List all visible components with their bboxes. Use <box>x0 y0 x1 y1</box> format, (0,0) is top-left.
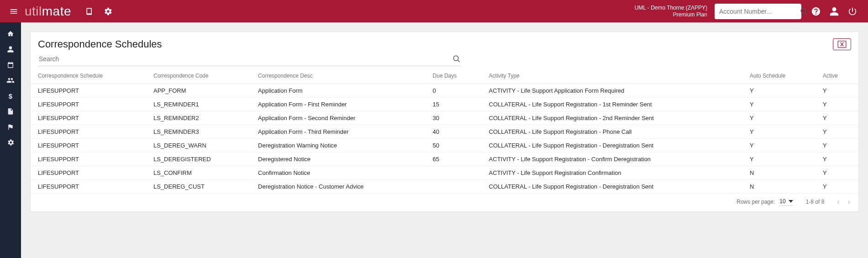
dollar-icon: $ <box>9 92 12 100</box>
col-schedule[interactable]: Correspondence Schedule <box>31 68 146 84</box>
cogs-icon <box>103 6 113 16</box>
cell-auto: Y <box>742 139 815 153</box>
cell-code: LS_REMINDER3 <box>146 125 251 139</box>
page-range: 1-8 of 8 <box>806 199 825 205</box>
schedules-card: Correspondence Schedules Correspondence … <box>30 32 859 212</box>
excel-icon <box>837 41 847 48</box>
nav-groups[interactable] <box>0 73 21 88</box>
account-line1: UML - Demo Thorne (ZAPPY) <box>635 5 707 11</box>
cell-desc: Deregistration Warning Notice <box>251 139 425 153</box>
cell-activity: ACTIVITY - Life Support Registration Con… <box>482 166 742 180</box>
user-icon <box>829 6 839 16</box>
col-due[interactable]: Due Days <box>426 68 482 84</box>
cell-auto: Y <box>742 125 815 139</box>
cell-code: LS_DEREGISTERED <box>146 153 251 166</box>
col-code[interactable]: Correspondence Code <box>146 68 251 84</box>
cell-active: Y <box>815 180 858 194</box>
cell-active: Y <box>815 98 858 111</box>
col-auto[interactable]: Auto Schedule <box>742 68 815 84</box>
cell-auto: Y <box>742 98 815 111</box>
cell-active: Y <box>815 111 858 125</box>
dropdown-icon <box>789 200 793 203</box>
cell-active: Y <box>815 125 858 139</box>
profile-button[interactable] <box>825 2 843 21</box>
cell-activity: ACTIVITY - Life Support Registration - C… <box>482 153 742 166</box>
cell-schedule: LIFESUPPORT <box>31 139 146 153</box>
cell-desc: Application Form - First Reminder <box>251 98 425 111</box>
logo-part-1: util <box>25 4 42 19</box>
col-activity[interactable]: Activity Type <box>482 68 742 84</box>
cell-activity: COLLATERAL - Life Support Registration -… <box>482 139 742 153</box>
cell-due: 15 <box>426 98 482 111</box>
table-row[interactable]: LIFESUPPORTAPP_FORMApplication Form0ACTI… <box>31 84 858 98</box>
cell-activity: COLLATERAL - Life Support Registration -… <box>482 180 742 194</box>
home-icon <box>7 30 14 37</box>
cell-schedule: LIFESUPPORT <box>31 153 146 166</box>
cell-auto: Y <box>742 153 815 166</box>
nav-customers[interactable] <box>0 42 21 57</box>
nav-flags[interactable] <box>0 119 21 135</box>
cell-desc: Deregistration Notice - Customer Advice <box>251 180 425 194</box>
table-search[interactable] <box>38 53 461 66</box>
cell-active: Y <box>815 153 858 166</box>
export-excel-button[interactable] <box>833 38 851 50</box>
rows-per-page-label: Rows per page: <box>736 199 775 205</box>
cell-desc: Application Form <box>251 84 425 98</box>
nav-docs[interactable] <box>0 104 21 119</box>
col-active[interactable]: Active <box>815 68 858 84</box>
nav-calendar[interactable] <box>0 57 21 73</box>
rows-per-page-select[interactable]: 10 <box>779 197 793 206</box>
table-row[interactable]: LIFESUPPORTLS_REMINDER3Application Form … <box>31 125 858 139</box>
search-icon[interactable] <box>452 55 461 63</box>
app-logo: utilmate <box>25 4 71 19</box>
cell-active: Y <box>815 84 858 98</box>
cell-auto: N <box>742 166 815 180</box>
cell-active: Y <box>815 166 858 180</box>
table-row[interactable]: LIFESUPPORTLS_DEREG_CUSTDeregistration N… <box>31 180 858 194</box>
cell-desc: Application Form - Second Reminder <box>251 111 425 125</box>
col-desc[interactable]: Correspondence Desc <box>251 68 425 84</box>
logout-button[interactable] <box>843 2 862 21</box>
user-icon <box>7 46 14 53</box>
global-search-input[interactable] <box>718 7 800 16</box>
nav-home[interactable] <box>0 26 21 42</box>
table-row[interactable]: LIFESUPPORTLS_REMINDER1Application Form … <box>31 98 858 111</box>
table-row[interactable]: LIFESUPPORTLS_CONFIRMConfirmation Notice… <box>31 166 858 180</box>
cell-auto: N <box>742 180 815 194</box>
calendar-icon <box>7 61 14 68</box>
help-button[interactable] <box>807 2 825 21</box>
nav-billing[interactable]: $ <box>0 88 21 104</box>
table-search-input[interactable] <box>38 55 452 63</box>
cell-code: APP_FORM <box>146 84 251 98</box>
cell-auto: Y <box>742 84 815 98</box>
settings-button[interactable] <box>99 2 117 21</box>
cell-activity: COLLATERAL - Life Support Registration -… <box>482 111 742 125</box>
prev-page-button[interactable]: ‹ <box>837 198 839 206</box>
rows-per-page-value: 10 <box>779 198 785 205</box>
cell-code: LS_DEREG_WARN <box>146 139 251 153</box>
cell-due: 65 <box>426 153 482 166</box>
page-title: Correspondence Schedules <box>38 38 162 50</box>
top-bar: utilmate UML - Demo Thorne (ZAPPY) Premi… <box>0 0 868 22</box>
table-row[interactable]: LIFESUPPORTLS_DEREG_WARNDeregistration W… <box>31 139 858 153</box>
cell-schedule: LIFESUPPORT <box>31 84 146 98</box>
table-row[interactable]: LIFESUPPORTLS_REMINDER2Application Form … <box>31 111 858 125</box>
next-page-button[interactable]: › <box>848 198 850 206</box>
file-icon <box>7 108 14 115</box>
docs-button[interactable] <box>80 2 99 21</box>
account-info: UML - Demo Thorne (ZAPPY) Premium Plan <box>635 5 707 18</box>
menu-toggle-button[interactable] <box>5 2 23 21</box>
table-row[interactable]: LIFESUPPORTLS_DEREGISTEREDDeregistered N… <box>31 153 858 166</box>
cell-due <box>426 166 482 180</box>
cell-code: LS_CONFIRM <box>146 166 251 180</box>
cell-schedule: LIFESUPPORT <box>31 125 146 139</box>
global-search[interactable] <box>715 4 801 19</box>
account-line2: Premium Plan <box>635 11 707 18</box>
paginator: Rows per page: 10 1-8 of 8 ‹ › <box>31 194 858 211</box>
cell-schedule: LIFESUPPORT <box>31 98 146 111</box>
cell-schedule: LIFESUPPORT <box>31 166 146 180</box>
power-icon <box>847 6 857 16</box>
hamburger-icon <box>9 7 18 16</box>
cell-due <box>426 180 482 194</box>
nav-settings[interactable] <box>0 135 21 150</box>
